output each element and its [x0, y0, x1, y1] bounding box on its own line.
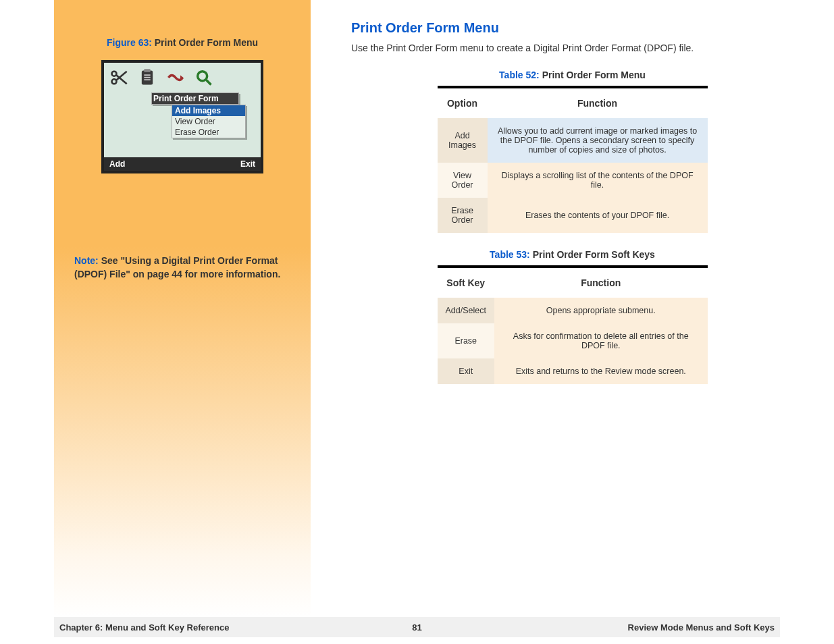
svg-rect-3: [144, 69, 150, 72]
note-text: See "Using a Digital Print Order Format …: [74, 255, 280, 279]
table-row: Erase Order Erases the contents of your …: [438, 198, 708, 233]
footer-right: Review Mode Menus and Soft Keys: [628, 622, 775, 633]
cell-option: Erase Order: [438, 198, 488, 233]
intro-paragraph: Use the Print Order Form menu to create …: [351, 43, 793, 53]
figure-label: Figure 63:: [107, 37, 152, 48]
table-row: Add/Select Opens appropriate submenu.: [438, 298, 708, 323]
table-label: Table 52:: [499, 70, 540, 80]
svg-rect-4: [144, 74, 150, 76]
lcd-screenshot: Print Order Form Add Images View Order E…: [101, 60, 263, 173]
table-title: Print Order Form Menu: [542, 70, 646, 80]
cell-function: Displays a scrolling list of the content…: [488, 163, 708, 198]
table-label: Table 53:: [490, 249, 530, 260]
table-row: Erase Asks for confirmation to delete al…: [438, 323, 708, 358]
note-label: Note:: [74, 255, 99, 266]
cell-option: View Order: [438, 163, 488, 198]
table-row: Add Images Allows you to add current ima…: [438, 118, 708, 163]
cell-function: Allows you to add current image or marke…: [488, 118, 708, 163]
cell-function: Exits and returns to the Review mode scr…: [494, 358, 708, 384]
lcd-softkey-right: Exit: [240, 159, 255, 169]
svg-rect-6: [144, 79, 150, 80]
lcd-menu-item: Erase Order: [172, 127, 245, 138]
main-column: Print Order Form Menu Use the Print Orde…: [311, 0, 834, 617]
table-52: Option Function Add Images Allows you to…: [438, 86, 708, 233]
figure-caption: Figure 63: Print Order Form Menu: [68, 37, 297, 48]
figure-title: Print Order Form Menu: [155, 37, 258, 48]
table-title: Print Order Form Soft Keys: [533, 249, 655, 260]
scissors-icon: [109, 68, 128, 90]
lcd-menu-item: Add Images: [172, 105, 245, 116]
footer-left: Chapter 6: Menu and Soft Key Reference: [59, 622, 229, 633]
cell-option: Erase: [438, 323, 494, 358]
note-block: Note: See "Using a Digital Print Order F…: [68, 254, 297, 281]
slideshow-icon: [166, 68, 185, 90]
col-header: Soft Key: [438, 267, 494, 298]
footer-page-number: 81: [412, 622, 421, 633]
sidebar-column: Figure 63: Print Order Form Menu: [54, 0, 311, 617]
page-heading: Print Order Form Menu: [351, 20, 793, 36]
table53-caption: Table 53: Print Order Form Soft Keys: [351, 249, 793, 260]
table-row: View Order Displays a scrolling list of …: [438, 163, 708, 198]
table52-caption: Table 52: Print Order Form Menu: [351, 70, 793, 80]
cell-function: Opens appropriate submenu.: [494, 298, 708, 323]
table-row: Exit Exits and returns to the Review mod…: [438, 358, 708, 384]
svg-rect-5: [144, 77, 150, 78]
page-footer: Chapter 6: Menu and Soft Key Reference 8…: [54, 617, 780, 637]
col-header: Option: [438, 87, 488, 118]
cell-option: Add Images: [438, 118, 488, 163]
lcd-menu-items: Add Images View Order Erase Order: [172, 105, 246, 138]
cell-function: Asks for confirmation to delete all entr…: [494, 323, 708, 358]
lcd-softkey-left: Add: [109, 159, 125, 169]
lcd-menu-title: Print Order Form: [151, 92, 239, 105]
svg-point-7: [198, 72, 207, 81]
col-header: Function: [488, 87, 708, 118]
cell-function: Erases the contents of your DPOF file.: [488, 198, 708, 233]
cell-option: Exit: [438, 358, 494, 384]
cell-option: Add/Select: [438, 298, 494, 323]
clipboard-icon: [138, 68, 157, 90]
magnify-icon: [194, 68, 213, 90]
table-53: Soft Key Function Add/Select Opens appro…: [438, 265, 708, 384]
col-header: Function: [494, 267, 708, 298]
lcd-menu-item: View Order: [172, 116, 245, 127]
